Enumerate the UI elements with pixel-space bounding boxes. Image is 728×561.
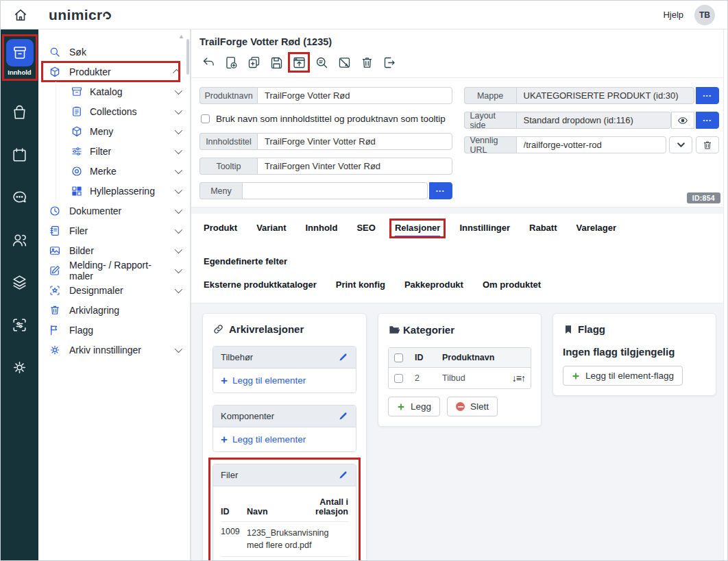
nav-item-hylleplassering[interactable]: Hylleplassering [38,181,190,201]
layout-side-input[interactable] [516,112,671,129]
title-band: TrailForge Votter Rød (1235) [191,29,727,78]
save-button[interactable] [267,53,285,71]
main-content: TrailForge Votter Rød (1235) Produktnavn… [191,29,727,560]
mappe-browse-button[interactable]: ••• [696,87,719,104]
chevron-down-icon[interactable] [175,186,182,193]
scroll-up-icon[interactable]: ▲ [178,33,184,40]
meny-browse-button[interactable]: ••• [429,182,452,199]
deselect-button[interactable] [335,53,353,71]
chevron-down-icon[interactable] [175,245,182,253]
rail-item-bag[interactable] [8,101,32,124]
tab-rabatt[interactable]: Rabatt [529,223,557,237]
chevron-down-icon[interactable] [175,86,182,94]
nav-item-filter[interactable]: Filter [38,141,190,161]
rail-item-layers[interactable] [8,271,32,294]
rail-item-users[interactable] [8,228,32,251]
slett-button[interactable]: Slett [447,397,498,416]
chevron-down-icon[interactable] [175,166,182,173]
layout-browse-button[interactable]: ••• [696,112,719,129]
main-scrollbar[interactable] [723,29,727,560]
tab-variant[interactable]: Variant [256,223,286,237]
legg-til-elementer-link[interactable]: +Legg til elementer [221,434,348,445]
publish-button[interactable] [290,53,308,71]
chevron-down-icon[interactable] [175,345,182,352]
tab-produkt[interactable]: Produkt [204,223,237,237]
chevron-down-icon[interactable] [175,126,182,134]
tab-varelager[interactable]: Varelager [577,223,617,237]
duplicate-button[interactable] [245,53,263,71]
doc-add-icon [224,55,239,70]
tab-print-konfig[interactable]: Print konfig [336,279,385,292]
table-row[interactable]: 10091235_Bruksanvisning med flere ord.pd… [221,521,348,556]
rail-item-chat[interactable] [8,186,32,209]
help-link[interactable]: Hjelp [663,10,683,20]
nav-item-arkivlagring[interactable]: Arkivlagring [38,300,190,320]
kategorier-title: Kategorier [403,324,454,336]
nav-item-dokumenter[interactable]: Dokumenter [38,201,190,221]
nav-item-katalog[interactable]: Katalog [38,82,190,101]
nav-item-søk[interactable]: Søk [38,42,190,62]
edit-pencil-icon[interactable] [338,470,348,480]
produktnavn-input[interactable] [257,87,452,104]
tooltip-input[interactable] [257,158,452,175]
kategori-row[interactable]: 2Tilbud↓≡↑ [389,368,531,388]
chevron-down-icon[interactable] [175,106,182,114]
table-row[interactable]: 10101235_Prisliste.xlsx [221,556,348,561]
use-name-checkbox[interactable] [201,114,210,123]
nav-item-collections[interactable]: Collections [38,101,190,121]
nav-item-merke[interactable]: Merke [38,161,190,181]
row-checkbox[interactable] [394,374,403,383]
legg-til-element-flagg-button[interactable]: Legg til element-flagg [563,366,683,386]
rail-item-innhold[interactable]: Innhold [6,39,34,76]
url-expand-button[interactable] [669,136,692,153]
new-document-button[interactable] [222,53,240,71]
eye-icon [677,115,688,126]
meny-input[interactable] [242,182,428,199]
undo-button[interactable] [199,53,217,71]
export-button[interactable] [380,53,398,71]
preview-button[interactable] [313,53,330,71]
tab-relasjoner[interactable]: Relasjoner [395,223,440,237]
nav-item-meny[interactable]: Meny [38,121,190,141]
rail-item-scan-sliders[interactable] [8,313,32,336]
nav-item-bilder[interactable]: Bilder [38,240,190,260]
select-all-checkbox[interactable] [394,353,403,362]
chevron-down-icon[interactable] [175,146,182,153]
plus-icon [572,372,580,380]
nav-item-flagg[interactable]: Flagg [38,320,190,340]
rail-item-gear[interactable] [8,356,32,379]
home-icon[interactable] [13,8,28,23]
nav-item-designmaler[interactable]: Designmaler [38,280,190,300]
tab-om-produktet[interactable]: Om produktet [483,279,541,292]
tab-eksterne-produktkataloger[interactable]: Eksterne produktkataloger [204,279,317,292]
tab-seo[interactable]: SEO [356,223,375,237]
chevron-down-icon[interactable] [175,205,182,213]
layout-preview-button[interactable] [671,112,694,129]
innholdstitel-input[interactable] [257,133,452,150]
folder-icon [388,323,401,336]
user-avatar[interactable]: TB [694,5,715,25]
legg-button[interactable]: Legg [388,397,440,416]
chevron-up-icon[interactable] [173,68,180,76]
chevron-down-icon[interactable] [175,225,182,233]
legg-til-elementer-link[interactable]: +Legg til elementer [221,375,348,386]
nav-item-arkiv-innstillinger[interactable]: Arkiv innstillinger [38,340,190,360]
delete-button[interactable] [358,53,376,71]
chevron-down-icon[interactable] [175,285,182,292]
tab-innstillinger[interactable]: Innstillinger [459,223,510,237]
edit-pencil-icon[interactable] [338,352,348,362]
tab-egendefinerte-felter[interactable]: Egendefinerte felter [204,256,287,269]
rail-item-calendar[interactable] [8,143,32,166]
sort-icon[interactable]: ↓≡↑ [502,373,525,384]
toolbar [199,53,719,71]
nav-item-produkter[interactable]: Produkter [38,62,190,82]
tab-innhold[interactable]: Innhold [305,223,337,237]
tab-pakkeprodukt[interactable]: Pakkeprodukt [404,279,463,292]
edit-pencil-icon[interactable] [338,411,348,421]
vennlig-url-input[interactable] [516,136,666,153]
nav-item-filer[interactable]: Filer [38,221,190,240]
mappe-input[interactable] [516,87,694,104]
url-delete-button[interactable] [696,136,719,153]
chevron-down-icon[interactable] [175,265,182,273]
nav-item-melding-rapport-maler[interactable]: Melding- / Rapport-maler [38,260,190,280]
